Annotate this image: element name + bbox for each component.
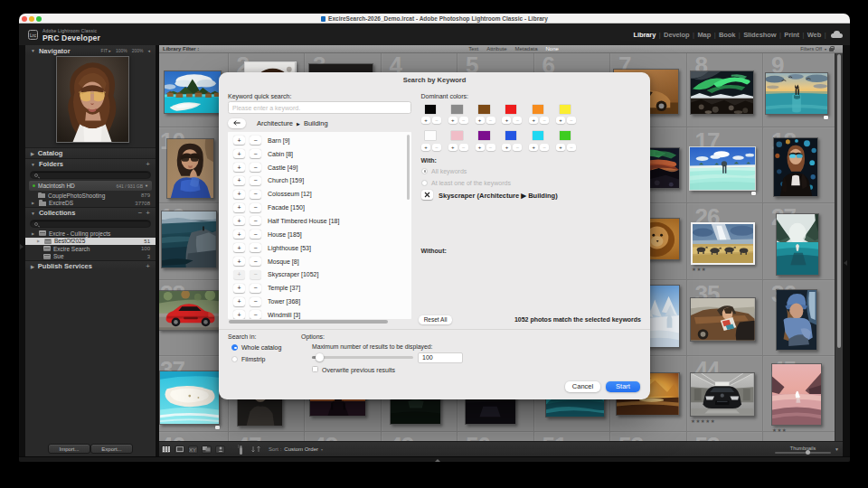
photo-thumbnail-bluewoman[interactable] [166,138,214,199]
sort-value[interactable]: Custom Order [284,446,318,452]
breadcrumb-parent[interactable]: Architecture [257,119,293,127]
star-rating[interactable]: ★★★★★ [691,418,715,424]
navigator-zoom-1[interactable]: 100% [116,48,127,53]
color-swatch-1-1[interactable] [451,131,463,140]
keyword-list[interactable]: +−Barn [9]+−Cabin [8]+−Castle [49]+−Chur… [228,132,411,319]
grid-cell-27[interactable]: 27 [763,203,835,279]
keyword-remove-button[interactable]: − [250,136,261,145]
filter-tab-metadata[interactable]: Metadata [515,46,538,52]
color-add-button[interactable]: + [476,117,485,124]
keyword-list-vscrollbar[interactable] [407,135,410,200]
keyword-remove-button[interactable]: − [250,190,261,199]
photo-thumbnail-lagoon[interactable] [689,146,756,191]
filmstrip-reveal-arrow[interactable] [435,459,440,462]
color-remove-button[interactable]: − [567,117,576,124]
color-add-button[interactable]: + [529,144,538,151]
collection-row-0[interactable]: ▶Excire - Culling projects [25,230,156,238]
module-tab-book[interactable]: Book [719,31,735,39]
grid-cell-52[interactable]: 52 [610,432,687,441]
collections-filter-input[interactable] [30,220,151,228]
keyword-quick-search-input[interactable]: Please enter a keyword. [228,101,411,114]
grid-cell-8[interactable]: 8 [687,53,764,127]
grid-view-icon[interactable] [161,446,171,454]
color-remove-button[interactable]: − [486,117,495,124]
overwrite-checkbox[interactable] [312,366,318,372]
color-add-button[interactable]: + [421,144,430,151]
grid-scrollbar-thumb[interactable] [837,54,841,348]
grid-cell-53[interactable]: 53 [687,432,764,441]
panel-plus-button[interactable]: + [146,160,150,168]
with-option-1[interactable]: At least one of the keywords [421,180,511,186]
color-remove-button[interactable]: − [459,117,468,124]
grid-cell-49[interactable]: 49 [382,432,458,441]
panel-header-catalog[interactable]: ▶Catalog [25,147,156,158]
filter-tab-text[interactable]: Text [468,46,478,52]
keyword-add-button[interactable]: + [233,310,245,318]
panel-plus-button[interactable]: + [146,262,150,270]
color-add-button[interactable]: + [448,117,458,124]
navigator-zoom-more[interactable]: ◂ [147,48,150,53]
keyword-add-button[interactable]: + [233,136,245,145]
keyword-list-hscrollbar[interactable] [229,320,388,324]
folder-row-0[interactable]: CouplePhotoShooting879 [25,192,156,200]
grid-cell-36[interactable]: 36 [763,280,835,356]
people-view-icon[interactable] [215,446,225,454]
keyword-remove-button[interactable]: − [250,310,261,318]
folder-row-1[interactable]: ▶ExcireDS37708 [25,200,156,208]
search-in-option-0[interactable]: Whole catalog [231,344,281,351]
color-swatch-1-5[interactable] [560,131,571,140]
sort-control[interactable]: Sort :Custom Order▾ [269,446,323,452]
panel-header-publish-services[interactable]: ▶Publish Services+ [25,260,156,271]
color-remove-button[interactable]: − [540,117,549,124]
color-swatch-0-3[interactable] [505,105,517,114]
collection-row-2[interactable]: Excire Search100 [25,245,156,253]
cloud-sync-icon[interactable] [831,31,843,38]
color-swatch-0-5[interactable] [560,105,571,114]
thumbnail-size-slider[interactable] [775,452,831,454]
photo-thumbnail-aerialbeach[interactable] [159,371,220,425]
grid-cell-47[interactable]: 47 [229,432,306,441]
sort-direction-icon[interactable] [251,446,261,454]
color-remove-button[interactable]: − [513,144,522,151]
color-remove-button[interactable]: − [432,144,441,151]
color-swatch-0-1[interactable] [451,105,463,114]
color-swatch-0-2[interactable] [478,105,490,114]
color-remove-button[interactable]: − [540,144,549,151]
chip-remove-button[interactable] [421,190,433,201]
panel-header-folders[interactable]: ▼Folders+ [25,158,156,169]
right-panel-reveal-arrow[interactable] [844,260,847,266]
keyword-remove-button[interactable]: − [250,163,261,172]
photo-thumbnail-sunsetcouple[interactable] [765,72,828,115]
max-results-input[interactable]: 100 [418,352,463,363]
keyword-add-button[interactable]: + [233,216,245,225]
keyword-remove-button[interactable]: − [250,284,261,293]
color-swatch-1-3[interactable] [505,131,517,140]
module-tab-develop[interactable]: Develop [664,31,689,39]
search-in-option-1[interactable]: Filmstrip [231,356,265,362]
loupe-view-icon[interactable] [175,446,184,454]
survey-view-icon[interactable] [202,446,212,454]
grid-cell-51[interactable]: 51 [534,432,611,441]
left-panel-collapse-arrow[interactable] [20,244,24,249]
photo-thumbnail-zebras[interactable] [691,222,755,265]
panel-header-collections[interactable]: ▼Collections−+ [25,207,156,218]
star-rating[interactable]: ★★★ [772,427,787,433]
collection-row-3[interactable]: Sue3 [25,253,156,261]
grid-cell-35[interactable]: 35 [687,280,764,356]
keyword-remove-button[interactable]: − [250,257,261,266]
color-remove-button[interactable]: − [567,144,576,151]
color-swatch-1-2[interactable] [478,131,490,140]
start-button[interactable]: Start [606,381,640,392]
navigator-panel-header[interactable]: ▼NavigatorFIT ▸100%200%◂ [25,45,156,56]
filters-off-control[interactable]: Filters Off▾ [800,46,834,52]
filter-tab-none[interactable]: None [546,46,559,52]
keyword-remove-button[interactable]: − [250,230,261,239]
color-swatch-1-0[interactable] [425,131,437,140]
keyword-add-button[interactable]: + [233,149,245,158]
photo-thumbnail-blackmercedes[interactable] [690,372,755,417]
photo-thumbnail-bokehwoman[interactable] [773,137,818,197]
keyword-add-button[interactable]: + [233,203,245,212]
cancel-button[interactable]: Cancel [565,381,600,392]
with-option-0[interactable]: All keywords [421,168,467,174]
grid-cell-46[interactable]: 46 [159,432,229,441]
